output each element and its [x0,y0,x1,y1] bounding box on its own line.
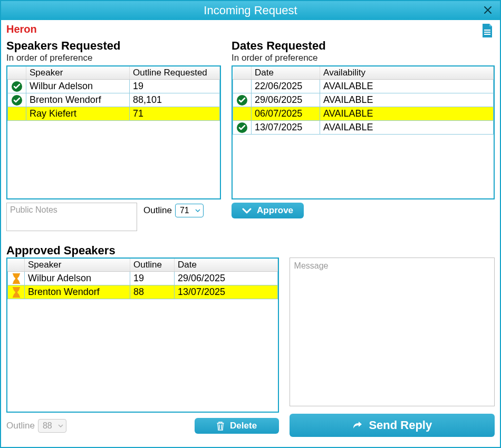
table-row[interactable]: 13/07/2025AVAILABLE [233,121,494,135]
row-availability: AVAILABLE [320,107,494,121]
trash-icon [216,421,225,431]
row-date: 22/06/2025 [252,80,320,93]
row-speaker: Brenton Wendorf [25,285,130,299]
hourglass-icon [12,273,21,284]
chevron-down-icon [242,207,252,214]
document-icon [481,23,494,38]
approved-speakers-title: Approved Speakers [6,244,279,258]
row-outline: 88,101 [130,93,220,107]
outline-select[interactable]: 71 [175,204,204,217]
dates-requested-grid[interactable]: Date Availability 22/06/2025AVAILABLE29/… [232,65,495,199]
check-icon [11,81,23,92]
svg-rect-2 [484,34,490,35]
dates-requested-sub: In order of preference [232,53,495,63]
speakers-requested-grid[interactable]: Speaker Outline Requested Wilbur Adelson… [6,65,221,199]
titlebar: Incoming Request [1,1,500,20]
delete-label: Delete [230,421,257,431]
approved-outline-value: 88 [43,421,52,431]
table-row[interactable]: Brenton Wendorf88,101 [8,93,220,107]
row-outline: 88 [130,285,175,299]
col-status [8,66,26,80]
row-status [8,272,25,285]
public-notes-placeholder: Public Notes [10,205,57,214]
col-status [8,259,25,272]
incoming-request-window: Incoming Request Heron Speak [0,0,501,448]
delete-button[interactable]: Delete [195,418,279,434]
table-row[interactable]: 29/06/2025AVAILABLE [233,93,494,107]
speakers-requested-title: Speakers Requested [6,39,221,53]
chevron-down-icon [195,209,200,212]
close-icon [484,6,492,14]
table-row[interactable]: Ray Kiefert71 [8,107,220,121]
row-date: 13/07/2025 [252,121,320,135]
chevron-down-icon [58,424,63,427]
row-status [233,121,252,135]
row-date: 29/06/2025 [252,93,320,107]
check-icon [236,94,248,106]
row-outline: 19 [130,272,175,285]
send-reply-button[interactable]: Send Reply [290,414,495,437]
public-notes-input[interactable]: Public Notes [6,203,137,231]
approve-button[interactable]: Approve [232,203,304,218]
row-outline: 19 [130,80,220,93]
col-availability[interactable]: Availability [320,66,494,80]
table-row[interactable]: 06/07/2025AVAILABLE [233,107,494,121]
speakers-requested-sub: In order of preference [6,53,221,63]
approved-speakers-grid[interactable]: Speaker Outline Date Wilbur Adelson1929/… [6,258,279,413]
message-placeholder: Message [294,261,329,270]
col-speaker[interactable]: Speaker [25,259,130,272]
table-row[interactable]: Wilbur Adelson19 [8,80,220,93]
window-title: Incoming Request [204,4,297,17]
row-speaker: Brenton Wendorf [26,93,130,107]
row-date: 06/07/2025 [252,107,320,121]
send-reply-label: Send Reply [369,418,432,432]
message-input[interactable]: Message [290,258,495,406]
col-speaker[interactable]: Speaker [26,66,130,80]
outline-label: Outline [143,205,172,216]
approved-outline-select: 88 [38,419,66,433]
table-row[interactable]: 22/06/2025AVAILABLE [233,80,494,93]
row-status [233,93,252,107]
row-status [8,93,26,107]
col-outline[interactable]: Outline [130,259,175,272]
svg-rect-0 [484,30,490,31]
notes-document-button[interactable] [480,23,495,38]
row-speaker: Wilbur Adelson [26,80,130,93]
row-status [233,80,252,93]
share-icon [352,420,363,431]
row-availability: AVAILABLE [320,121,494,135]
col-outline-requested[interactable]: Outline Requested [130,66,220,80]
check-icon [11,94,23,106]
close-button[interactable] [481,3,495,17]
col-status [233,66,252,80]
row-status [8,80,26,93]
row-availability: AVAILABLE [320,80,494,93]
congregation-name: Heron [6,23,37,35]
dates-requested-title: Dates Requested [232,39,495,53]
row-status [8,285,25,299]
table-row[interactable]: Wilbur Adelson1929/06/2025 [8,272,278,285]
row-outline: 71 [130,107,220,121]
row-availability: AVAILABLE [320,93,494,107]
row-speaker: Wilbur Adelson [25,272,130,285]
outline-select-value: 71 [180,206,189,215]
row-date: 13/07/2025 [175,285,278,299]
check-icon [236,122,248,134]
approve-label: Approve [257,205,293,216]
col-date[interactable]: Date [175,259,278,272]
table-row[interactable]: Brenton Wendorf8813/07/2025 [8,285,278,299]
row-status [233,107,252,121]
col-date[interactable]: Date [252,66,320,80]
hourglass-icon [12,287,21,298]
approved-outline-label: Outline [6,421,35,431]
svg-rect-1 [484,32,490,33]
row-date: 29/06/2025 [175,272,278,285]
row-status [8,107,26,121]
row-speaker: Ray Kiefert [26,107,130,121]
